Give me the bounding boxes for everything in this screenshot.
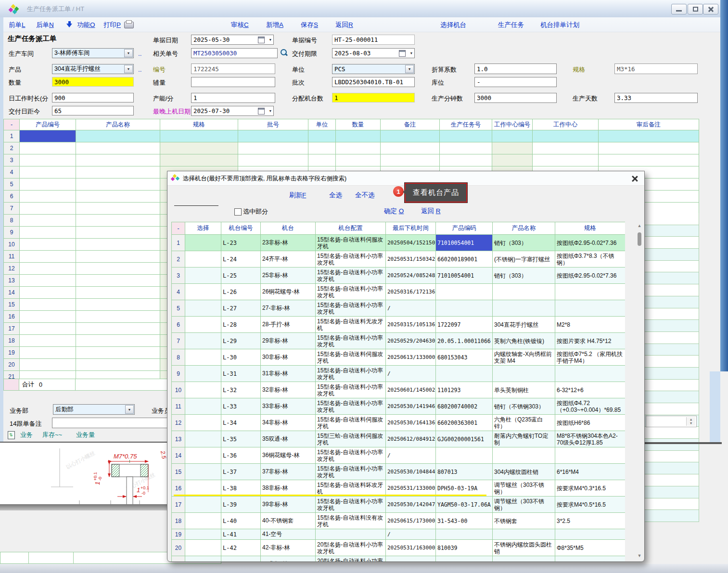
row-number[interactable]: 4 [172, 284, 185, 300]
toolbar-item-prev-doc[interactable]: 前单L [9, 21, 26, 29]
machine-table-header[interactable]: 产品名称 [493, 222, 555, 235]
last-off-time[interactable]: 20250530/164136 [386, 415, 436, 431]
product-name[interactable]: 调节螺丝（303不锈钢） [493, 497, 555, 513]
row-number[interactable]: 4 [4, 166, 20, 178]
machine-config[interactable]: 15型名扬-自动送料小功率攻牙机 [316, 497, 386, 513]
unit-select[interactable]: PCS ▼ [332, 64, 415, 74]
workshop-select[interactable]: 3-林师傅车间 ▼ [52, 48, 134, 58]
calendar-icon[interactable] [399, 50, 406, 57]
product-name[interactable]: 上头沙红螺钉 303 [493, 556, 555, 562]
row-number[interactable]: 3 [4, 154, 20, 166]
row-number[interactable]: 19 [172, 529, 185, 540]
select-cell[interactable] [185, 540, 221, 556]
product-code[interactable]: 1101293 [436, 382, 493, 398]
product-code[interactable]: 71010054001 [436, 235, 493, 251]
main-table-cell[interactable] [20, 323, 76, 335]
main-table-cell[interactable] [238, 142, 308, 154]
product-code[interactable] [436, 366, 493, 382]
machine[interactable]: 39非标-林 [261, 497, 316, 513]
main-table-cell[interactable] [76, 239, 160, 251]
machines-input[interactable]: 1 [332, 93, 415, 102]
machine[interactable]: 40-不锈钢套 [261, 513, 316, 529]
main-table-cell[interactable] [76, 130, 160, 142]
machine[interactable]: 36铜花螺母-林 [261, 447, 316, 464]
row-number[interactable]: 11 [4, 251, 20, 263]
row-number[interactable]: 15 [172, 464, 185, 480]
product-code[interactable]: 660200189001 [436, 251, 493, 267]
select-cell[interactable] [185, 480, 221, 497]
product-name[interactable] [493, 284, 555, 300]
main-table-cell[interactable] [20, 359, 76, 371]
row-number[interactable]: 12 [4, 263, 20, 275]
partial-select-checkbox[interactable] [234, 208, 242, 216]
main-table-cell[interactable] [440, 154, 492, 166]
machine-no[interactable]: L-42 [221, 540, 261, 556]
last-off-time[interactable]: 20250530/142047 [386, 497, 436, 513]
main-table-header[interactable]: 工作中心 [533, 119, 599, 130]
product-name[interactable]: 销钉（不锈钢303） [493, 398, 555, 415]
toolbar-item-print[interactable]: 打印P [103, 21, 121, 29]
product-code[interactable]: 680152943 [436, 556, 493, 562]
row-number[interactable]: 7 [172, 333, 185, 349]
scrollbar-thumb[interactable] [638, 232, 641, 246]
doc-no-input[interactable]: HT-25-000011 [332, 35, 415, 45]
factor-input[interactable]: 1.0 [474, 64, 557, 74]
last-off-time[interactable]: 20250530/141946 [386, 398, 436, 415]
machine-no[interactable]: L-31 [221, 366, 261, 382]
last-off-time[interactable]: 20250315/105136 [386, 317, 436, 333]
row-number[interactable]: 16 [4, 311, 20, 323]
main-table-cell[interactable] [492, 130, 533, 142]
dialog-scrollbar[interactable]: ▲ ▼ [636, 222, 643, 560]
row-number[interactable]: 1 [172, 235, 185, 251]
machine-config[interactable]: 15型名扬-自动送料小功率攻牙机 [316, 464, 386, 480]
select-cell[interactable] [185, 415, 221, 431]
work-minutes-input[interactable]: 900 [52, 93, 134, 102]
product-name[interactable]: 销钉（303） [493, 267, 555, 284]
machine-config[interactable]: 15型名扬-自动送料坏攻牙机 [316, 480, 386, 497]
select-cell[interactable] [185, 300, 221, 317]
machine-table-header[interactable]: 规格 [555, 222, 626, 235]
deadline-input[interactable]: 2025-08-03 ▼ [332, 48, 415, 58]
product-name[interactable]: 销钉（303） [493, 235, 555, 251]
last-off-time[interactable]: 20250531/163000 [386, 540, 436, 556]
chevron-down-icon[interactable]: ▼ [124, 49, 133, 57]
machine-no[interactable]: L-43 [221, 556, 261, 562]
days-to-delivery-input[interactable]: 65 [52, 106, 134, 115]
toolbar-item-back[interactable]: 返回R [335, 21, 353, 29]
machine[interactable]: 43非标-林 [261, 556, 316, 562]
machine-config[interactable]: 15型名扬-自动送料小功率攻牙机 [316, 366, 386, 382]
machine-no[interactable]: L-41 [221, 529, 261, 540]
main-table-cell[interactable] [76, 178, 160, 191]
spec[interactable]: 按图片要求 H4.75*12 [555, 333, 626, 349]
last-off-time[interactable]: 20250612/084912 [386, 431, 436, 447]
main-table-header[interactable]: - [4, 119, 20, 130]
select-cell[interactable] [185, 529, 221, 540]
main-table-cell[interactable] [20, 275, 76, 287]
main-table-header[interactable]: 数量 [336, 119, 381, 130]
machine-config[interactable]: 15型名扬-自动送料小功率攻牙机 [316, 284, 386, 300]
toolbar-item-audit[interactable]: 审核C [231, 21, 249, 29]
capacity-input[interactable]: 1 [191, 93, 275, 103]
row-number[interactable]: 7 [4, 203, 20, 215]
last-off-time[interactable]: 20250504/152150 [386, 235, 436, 251]
spec[interactable]: M2*8 [555, 317, 626, 333]
main-table-cell[interactable] [20, 251, 76, 263]
machine-config[interactable]: 15型名扬-自动送料伺服攻牙机 [316, 349, 386, 366]
machine-table-header[interactable]: 机台编号 [221, 222, 261, 235]
machine-config[interactable]: 15型名扬-自动送料小功率攻牙机 [316, 300, 386, 317]
machine[interactable]: 29非标-林 [261, 333, 316, 349]
row-number[interactable]: 9 [172, 366, 185, 382]
product-select[interactable]: 304直花手拧螺丝 ▼ [52, 64, 134, 74]
close-button[interactable] [703, 4, 718, 14]
main-table-cell[interactable] [20, 311, 76, 323]
main-table-cell[interactable] [20, 347, 76, 359]
product-name[interactable]: 调节螺丝（303不锈钢） [493, 480, 555, 497]
select-cell[interactable] [185, 556, 221, 562]
main-table-header[interactable]: 批号 [238, 119, 308, 130]
spec[interactable] [555, 300, 626, 317]
product-code[interactable] [436, 447, 493, 464]
main-table-cell[interactable] [76, 251, 160, 263]
row-number[interactable]: 3 [172, 267, 185, 284]
stepper-arrows-icon[interactable]: ▲▼ [686, 417, 695, 426]
main-table-header[interactable]: 产品编号 [20, 119, 76, 130]
